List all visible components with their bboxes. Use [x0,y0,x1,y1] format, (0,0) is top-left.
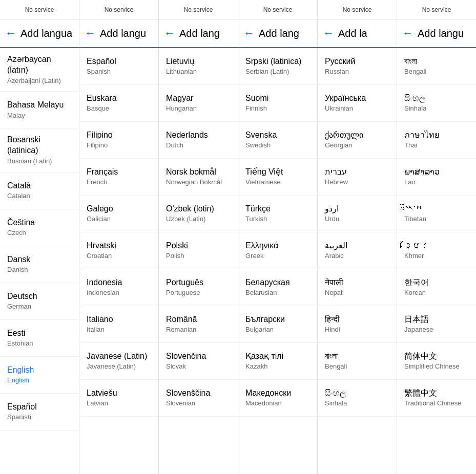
list-item[interactable]: NederlandsDutch [159,122,238,159]
list-item[interactable]: ΕλληνικάGreek [238,232,317,269]
back-arrow-icon[interactable]: ← [323,27,334,40]
lang-native: Croatian [87,252,151,261]
list-item[interactable]: ខ្មែរKhmer [397,232,476,269]
list-item[interactable]: FrançaisFrench [79,159,158,196]
list-item[interactable]: FilipinoFilipino [79,122,158,159]
lang-name: 简体中文 [404,351,469,362]
list-item[interactable]: SlovenčinaSlovak [159,343,238,380]
list-item[interactable]: සිංහලSinhala [397,85,476,122]
lang-name: Español [7,402,72,413]
list-item[interactable]: MagyarHungarian [159,85,238,122]
lang-name: Hrvatski [87,241,151,251]
status-cell-0: No service [0,0,79,19]
lang-native: Simplified Chinese [404,362,469,371]
lang-name: Indonesia [87,277,151,288]
lang-column-2: LietuviųLithuanianMagyarHungarianNederla… [159,48,238,474]
list-item[interactable]: ภาษาไทยThai [397,122,476,159]
list-item[interactable]: МакедонскиMacedonian [238,380,317,417]
lang-name: සිංහල [404,93,469,104]
back-arrow-icon[interactable]: ← [85,27,96,40]
lang-name: Español [87,56,151,67]
header-cell-4: ←Add la [318,19,397,47]
list-item[interactable]: ພາສາລາວLao [397,159,476,196]
lang-name: Português [166,277,231,288]
lang-name: Türkçe [245,204,310,214]
list-item[interactable]: EuskaraBasque [79,85,158,122]
lang-native: Bulgarian [245,326,310,334]
list-item[interactable]: HrvatskiCroatian [79,232,158,269]
list-item[interactable]: EspañolSpanish [0,394,79,430]
list-item[interactable]: IndonesiaIndonesian [79,269,158,306]
list-item[interactable]: Javanese (Latin)Javanese (Latin) [79,343,158,380]
list-item[interactable]: Tiếng ViệtVietnamese [238,159,317,196]
list-item[interactable]: العربيةArabic [318,232,397,269]
list-item[interactable]: 日本語Japanese [397,306,476,343]
list-item[interactable]: DeutschGerman [0,283,79,320]
lang-native: Kazakh [245,362,310,371]
list-item[interactable]: हिन्दीHindi [318,306,397,343]
header-cell-5: ←Add langu [397,19,476,47]
lang-column-1: EspañolSpanishEuskaraBasqueFilipinoFilip… [79,48,159,474]
lang-native: Malay [7,112,72,120]
list-item[interactable]: УкраїнськаUkrainian [318,85,397,122]
lang-native: German [7,303,72,311]
list-item[interactable]: རྫོང་ཁTibetan [397,196,476,232]
list-item[interactable]: SuomiFinnish [238,85,317,122]
list-item[interactable]: ItalianoItalian [79,306,158,343]
list-item[interactable]: ČeštinaCzech [0,209,79,246]
lang-native: Serbian (Latin) [245,68,310,76]
list-item[interactable]: TürkçeTurkish [238,196,317,232]
list-item[interactable]: SlovenščinaSlovenian [159,380,238,417]
list-item[interactable]: Қазақ тіліKazakh [238,343,317,380]
list-item[interactable]: 简体中文Simplified Chinese [397,343,476,380]
list-item[interactable]: Bosanski (latinica)Bosnian (Latin) [0,128,79,172]
list-item[interactable]: LatviešuLatvian [79,380,158,417]
lang-name: Italiano [87,314,151,325]
header-cell-1: ←Add langu [79,19,159,47]
list-item[interactable]: PortuguêsPortuguese [159,269,238,306]
list-item[interactable]: GalegoGalician [79,196,158,232]
back-arrow-icon[interactable]: ← [243,27,255,40]
lang-column-4: РусскийRussianУкраїнськаUkrainianქართული… [318,48,397,474]
lang-name: বাংলা [325,351,389,362]
list-item[interactable]: 한국어Korean [397,269,476,306]
list-item[interactable]: Bahasa MelayuMalay [0,92,79,128]
list-item[interactable]: LietuviųLithuanian [159,48,238,85]
list-item[interactable]: বাংলাBengali [318,343,397,380]
lang-name: Русский [325,56,389,67]
list-item[interactable]: SvenskaSwedish [238,122,317,159]
list-item[interactable]: РусскийRussian [318,48,397,85]
lang-native: Slovak [166,362,231,371]
lang-name: සිංහල [325,388,389,399]
list-item[interactable]: नेपालीNepali [318,269,397,306]
list-item[interactable]: БългарскиBulgarian [238,306,317,343]
list-item[interactable]: RomânăRomanian [159,306,238,343]
list-item[interactable]: සිංහලSinhala [318,380,397,417]
list-item[interactable]: Norsk bokmålNorwegian Bokmål [159,159,238,196]
back-arrow-icon[interactable]: ← [402,27,413,40]
list-item[interactable]: PolskiPolish [159,232,238,269]
back-arrow-icon[interactable]: ← [164,27,175,40]
list-item[interactable]: 繁體中文Traditional Chinese [397,380,476,417]
list-item[interactable]: DanskDanish [0,246,79,283]
back-arrow-icon[interactable]: ← [5,27,16,40]
lang-name: ภาษาไทย [404,130,469,141]
list-item[interactable]: БеларускаяBelarusian [238,269,317,306]
list-item[interactable]: EnglishEnglish [0,357,79,394]
list-item[interactable]: עבריתHebrew [318,159,397,196]
list-item[interactable]: O'zbek (lotin)Uzbek (Latin) [159,196,238,232]
list-item[interactable]: Azərbaycan (latın)Azerbaijani (Latin) [0,48,79,92]
lang-name: اردو [325,204,389,214]
list-item[interactable]: EspañolSpanish [79,48,158,85]
lang-name: 繁體中文 [404,388,469,399]
list-item[interactable]: ქართულიGeorgian [318,122,397,159]
lang-name: हिन्दी [325,314,389,325]
list-item[interactable]: EestiEstonian [0,320,79,357]
lang-name: Galego [87,204,151,214]
list-item[interactable]: বাংলাBengali [397,48,476,85]
list-item[interactable]: CatalàCatalan [0,173,79,209]
lang-name: Bosanski (latinica) [7,135,72,156]
lang-name: Polski [166,241,231,251]
list-item[interactable]: Srpski (latinica)Serbian (Latin) [238,48,317,85]
list-item[interactable]: اردوUrdu [318,196,397,232]
